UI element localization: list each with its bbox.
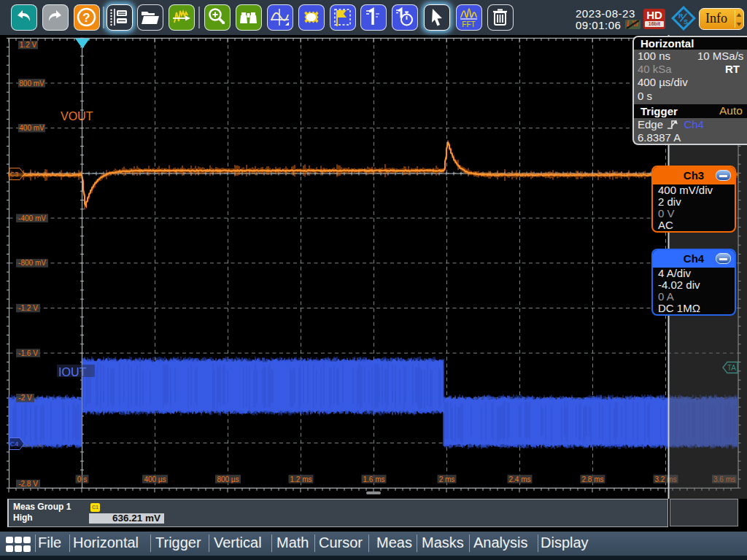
svg-text:1.2 V: 1.2 V [20,41,37,49]
svg-text:-400 mV: -400 mV [18,214,46,222]
svg-text:-800 mV: -800 mV [18,259,46,267]
svg-text:C4: C4 [10,440,19,448]
svg-text:?: ? [82,11,90,25]
svg-text:1.6 ms: 1.6 ms [363,475,384,483]
svg-text:FFT: FFT [462,20,475,28]
svg-text:S: S [684,18,688,26]
svg-text:-1.2 V: -1.2 V [18,304,38,312]
svg-text:2 ms: 2 ms [439,475,455,483]
svg-text:2.8 ms: 2.8 ms [581,475,603,483]
svg-text:400 µs: 400 µs [144,475,166,483]
svg-text:-2 V: -2 V [18,394,32,402]
svg-text:400 mV: 400 mV [19,124,44,132]
svg-text:800 mV: 800 mV [19,79,44,88]
svg-text:-1.6 V: -1.6 V [18,349,38,357]
svg-text:800 µs: 800 µs [217,475,239,483]
svg-text:1.2 ms: 1.2 ms [290,475,311,483]
svg-text:-2.8 V: -2.8 V [18,480,38,488]
svg-text:VOUT: VOUT [61,110,93,122]
svg-text:2.4 ms: 2.4 ms [508,475,530,483]
svg-text:C3: C3 [10,171,19,178]
